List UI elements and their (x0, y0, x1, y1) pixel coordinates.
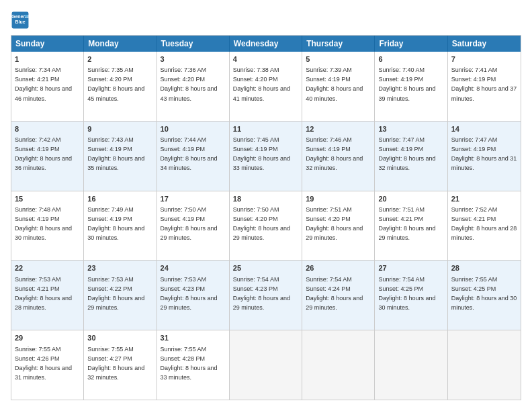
table-row: 27Sunrise: 7:54 AMSunset: 4:25 PMDayligh… (375, 261, 447, 330)
table-row: 13Sunrise: 7:47 AMSunset: 4:19 PMDayligh… (375, 122, 447, 191)
cell-text: Sunrise: 7:52 AMSunset: 4:21 PMDaylight:… (451, 206, 517, 241)
cell-text: Sunrise: 7:55 AMSunset: 4:28 PMDaylight:… (161, 346, 218, 381)
cell-text: Sunrise: 7:47 AMSunset: 4:19 PMDaylight:… (378, 136, 435, 171)
table-row: 17Sunrise: 7:50 AMSunset: 4:19 PMDayligh… (157, 191, 230, 261)
table-row: 28Sunrise: 7:55 AMSunset: 4:25 PMDayligh… (448, 261, 521, 330)
cell-text: Sunrise: 7:55 AMSunset: 4:25 PMDaylight:… (451, 276, 517, 311)
day-number: 15 (15, 194, 80, 204)
table-row: 16Sunrise: 7:49 AMSunset: 4:19 PMDayligh… (84, 191, 157, 261)
table-row: 3Sunrise: 7:36 AMSunset: 4:20 PMDaylight… (157, 52, 230, 121)
day-number: 22 (15, 263, 80, 273)
day-number: 17 (161, 194, 226, 204)
day-number: 8 (15, 124, 80, 134)
cell-text: Sunrise: 7:44 AMSunset: 4:19 PMDaylight:… (161, 136, 218, 171)
table-row: 29Sunrise: 7:55 AMSunset: 4:26 PMDayligh… (11, 330, 84, 400)
table-row: 4Sunrise: 7:38 AMSunset: 4:20 PMDaylight… (230, 52, 302, 121)
cell-text: Sunrise: 7:54 AMSunset: 4:25 PMDaylight:… (378, 276, 435, 311)
calendar-body: 1Sunrise: 7:34 AMSunset: 4:21 PMDaylight… (11, 52, 521, 400)
table-row (230, 330, 302, 400)
day-number: 20 (378, 194, 443, 204)
day-number: 9 (87, 124, 152, 134)
day-number: 31 (161, 333, 226, 343)
day-number: 7 (451, 54, 517, 64)
cell-text: Sunrise: 7:35 AMSunset: 4:20 PMDaylight:… (87, 66, 144, 101)
calendar-row: 29Sunrise: 7:55 AMSunset: 4:26 PMDayligh… (11, 330, 521, 400)
table-row: 15Sunrise: 7:48 AMSunset: 4:19 PMDayligh… (11, 191, 84, 261)
header-wednesday: Wednesday (230, 36, 302, 52)
logo-icon: General Blue (11, 11, 30, 30)
cell-text: Sunrise: 7:55 AMSunset: 4:27 PMDaylight:… (87, 346, 144, 381)
table-row: 10Sunrise: 7:44 AMSunset: 4:19 PMDayligh… (157, 122, 230, 191)
day-number: 29 (15, 333, 80, 343)
day-number: 14 (451, 124, 517, 134)
cell-text: Sunrise: 7:53 AMSunset: 4:23 PMDaylight:… (161, 276, 218, 311)
table-row: 12Sunrise: 7:46 AMSunset: 4:19 PMDayligh… (302, 122, 375, 191)
cell-text: Sunrise: 7:46 AMSunset: 4:19 PMDaylight:… (306, 136, 363, 171)
header-saturday: Saturday (448, 36, 521, 52)
cell-text: Sunrise: 7:48 AMSunset: 4:19 PMDaylight:… (15, 206, 72, 241)
cell-text: Sunrise: 7:39 AMSunset: 4:19 PMDaylight:… (306, 66, 363, 101)
cell-text: Sunrise: 7:50 AMSunset: 4:20 PMDaylight:… (233, 206, 290, 241)
day-number: 3 (161, 54, 226, 64)
day-number: 30 (87, 333, 152, 343)
cell-text: Sunrise: 7:41 AMSunset: 4:19 PMDaylight:… (451, 66, 517, 101)
cell-text: Sunrise: 7:36 AMSunset: 4:20 PMDaylight:… (161, 66, 218, 101)
calendar-header: Sunday Monday Tuesday Wednesday Thursday… (11, 36, 521, 52)
table-row: 25Sunrise: 7:54 AMSunset: 4:23 PMDayligh… (230, 261, 302, 330)
table-row: 21Sunrise: 7:52 AMSunset: 4:21 PMDayligh… (448, 191, 521, 261)
table-row: 8Sunrise: 7:42 AMSunset: 4:19 PMDaylight… (11, 122, 84, 191)
cell-text: Sunrise: 7:51 AMSunset: 4:21 PMDaylight:… (378, 206, 435, 241)
cell-text: Sunrise: 7:54 AMSunset: 4:24 PMDaylight:… (306, 276, 363, 311)
table-row: 5Sunrise: 7:39 AMSunset: 4:19 PMDaylight… (302, 52, 375, 121)
page: General Blue Sunday Monday Tuesday Wedne… (0, 0, 532, 411)
day-number: 2 (87, 54, 152, 64)
day-number: 11 (233, 124, 298, 134)
day-number: 5 (306, 54, 371, 64)
day-number: 16 (87, 194, 152, 204)
table-row: 18Sunrise: 7:50 AMSunset: 4:20 PMDayligh… (230, 191, 302, 261)
table-row: 7Sunrise: 7:41 AMSunset: 4:19 PMDaylight… (448, 52, 521, 121)
table-row: 1Sunrise: 7:34 AMSunset: 4:21 PMDaylight… (11, 52, 84, 121)
day-number: 23 (87, 263, 152, 273)
cell-text: Sunrise: 7:45 AMSunset: 4:19 PMDaylight:… (233, 136, 290, 171)
cell-text: Sunrise: 7:38 AMSunset: 4:20 PMDaylight:… (233, 66, 290, 101)
day-number: 1 (15, 54, 80, 64)
calendar: Sunday Monday Tuesday Wednesday Thursday… (11, 35, 521, 400)
day-number: 6 (378, 54, 443, 64)
table-row: 6Sunrise: 7:40 AMSunset: 4:19 PMDaylight… (375, 52, 447, 121)
header-tuesday: Tuesday (157, 36, 230, 52)
day-number: 25 (233, 263, 298, 273)
cell-text: Sunrise: 7:40 AMSunset: 4:19 PMDaylight:… (378, 66, 435, 101)
table-row: 31Sunrise: 7:55 AMSunset: 4:28 PMDayligh… (157, 330, 230, 400)
header-friday: Friday (375, 36, 447, 52)
table-row (302, 330, 375, 400)
cell-text: Sunrise: 7:53 AMSunset: 4:21 PMDaylight:… (15, 276, 72, 311)
table-row: 30Sunrise: 7:55 AMSunset: 4:27 PMDayligh… (84, 330, 157, 400)
calendar-row: 22Sunrise: 7:53 AMSunset: 4:21 PMDayligh… (11, 260, 521, 330)
calendar-row: 8Sunrise: 7:42 AMSunset: 4:19 PMDaylight… (11, 121, 521, 191)
table-row: 2Sunrise: 7:35 AMSunset: 4:20 PMDaylight… (84, 52, 157, 121)
cell-text: Sunrise: 7:53 AMSunset: 4:22 PMDaylight:… (87, 276, 144, 311)
table-row: 23Sunrise: 7:53 AMSunset: 4:22 PMDayligh… (84, 261, 157, 330)
cell-text: Sunrise: 7:43 AMSunset: 4:19 PMDaylight:… (87, 136, 144, 171)
cell-text: Sunrise: 7:54 AMSunset: 4:23 PMDaylight:… (233, 276, 290, 311)
day-number: 18 (233, 194, 298, 204)
table-row: 11Sunrise: 7:45 AMSunset: 4:19 PMDayligh… (230, 122, 302, 191)
calendar-row: 1Sunrise: 7:34 AMSunset: 4:21 PMDaylight… (11, 52, 521, 121)
day-number: 24 (161, 263, 226, 273)
table-row (375, 330, 447, 400)
cell-text: Sunrise: 7:51 AMSunset: 4:20 PMDaylight:… (306, 206, 363, 241)
logo: General Blue (11, 11, 32, 30)
cell-text: Sunrise: 7:49 AMSunset: 4:19 PMDaylight:… (87, 206, 144, 241)
cell-text: Sunrise: 7:47 AMSunset: 4:19 PMDaylight:… (451, 136, 517, 171)
header-monday: Monday (84, 36, 157, 52)
day-number: 4 (233, 54, 298, 64)
header-thursday: Thursday (302, 36, 375, 52)
cell-text: Sunrise: 7:34 AMSunset: 4:21 PMDaylight:… (15, 66, 72, 101)
cell-text: Sunrise: 7:55 AMSunset: 4:26 PMDaylight:… (15, 346, 72, 381)
day-number: 21 (451, 194, 517, 204)
cell-text: Sunrise: 7:42 AMSunset: 4:19 PMDaylight:… (15, 136, 72, 171)
day-number: 10 (161, 124, 226, 134)
table-row: 9Sunrise: 7:43 AMSunset: 4:19 PMDaylight… (84, 122, 157, 191)
table-row: 19Sunrise: 7:51 AMSunset: 4:20 PMDayligh… (302, 191, 375, 261)
